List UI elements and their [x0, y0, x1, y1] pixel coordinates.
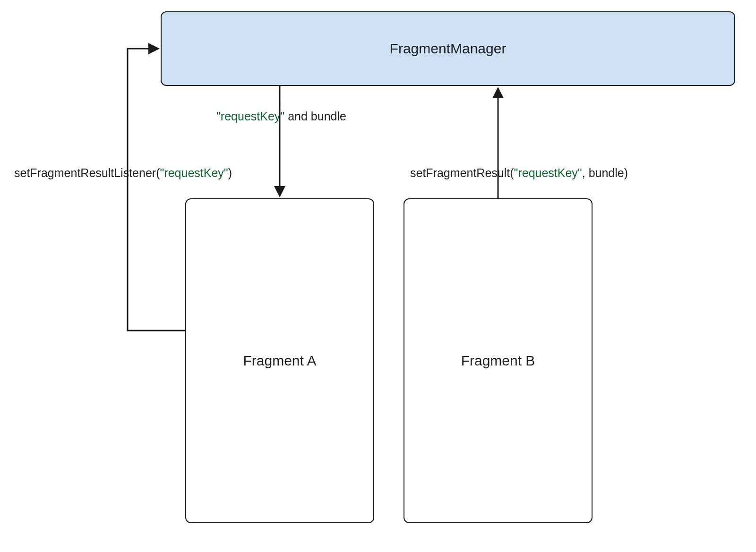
bundle-key: "requestKey": [216, 110, 284, 123]
bundle-suffix: and bundle: [284, 110, 346, 123]
arrow-listener: [128, 49, 185, 331]
set-fragment-result-listener-label: setFragmentResultListener("requestKey"): [14, 166, 232, 180]
set-result-prefix: setFragmentResult(: [410, 166, 514, 179]
listener-suffix: ): [228, 166, 232, 179]
request-key-and-bundle-label: "requestKey" and bundle: [216, 110, 346, 123]
fragment-a-box: Fragment A: [185, 198, 374, 523]
set-result-key: "requestKey": [514, 166, 582, 179]
fragment-a-label: Fragment A: [243, 353, 316, 369]
listener-key: "requestKey": [160, 166, 228, 179]
fragment-b-box: Fragment B: [404, 198, 593, 523]
set-fragment-result-label: setFragmentResult("requestKey", bundle): [410, 166, 628, 180]
fragment-manager-box: FragmentManager: [161, 11, 735, 86]
set-result-suffix: , bundle): [582, 166, 628, 179]
fragment-manager-label: FragmentManager: [390, 41, 507, 57]
fragment-b-label: Fragment B: [461, 353, 535, 369]
listener-prefix: setFragmentResultListener(: [14, 166, 160, 179]
diagram-stage: FragmentManager Fragment A Fragment B se…: [0, 0, 756, 552]
